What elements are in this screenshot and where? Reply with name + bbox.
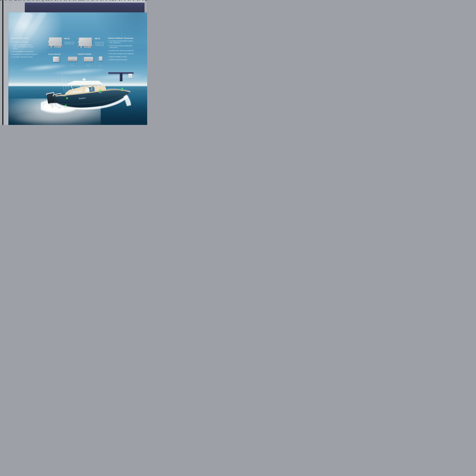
outlet-slot: [130, 77, 131, 77]
bow-spray: [124, 95, 131, 106]
round-button: [91, 58, 93, 60]
led-indicator-horn: [100, 90, 101, 92]
led-indicator: [65, 105, 66, 106]
connector: [58, 46, 59, 48]
digital-switching-title: Digital Switching: [11, 37, 29, 39]
bullet-item: Visual monitor on 4.3" LCD screen and ph…: [11, 53, 44, 55]
pico-iii-label: PICO III: [98, 65, 103, 66]
exhibit-wall: Soauuo Digital Switching IP67 Fully mari…: [0, 0, 147, 125]
bullet-item: 10 and 16 outputs digital distribution m…: [11, 44, 44, 50]
spec-line: 2 Channels x 30A: [95, 45, 104, 46]
mc10-module-render: [78, 37, 93, 47]
module-label-recess: [48, 41, 54, 43]
switch-panels-title: Switch Panels: [78, 53, 91, 55]
connector: [90, 46, 91, 48]
msp-a4-panel-render: [68, 57, 77, 61]
bullet-item: Auto-check and responsive warning system…: [108, 45, 143, 49]
connector: [50, 46, 52, 48]
screw-tab: [61, 45, 63, 47]
navy-header-band: [25, 2, 145, 12]
rocker-switch: [71, 57, 72, 61]
bullet-item: CAN avaiable, NMEA2000 compatible: [11, 56, 44, 58]
mc10-name: MC10: [95, 37, 100, 40]
boat-illustration: Soauuo: [41, 75, 131, 116]
rocker-switch: [75, 57, 76, 61]
system-monitor-title: System Monitor: [48, 53, 61, 55]
bullet-item: Self-define modes catered to your prefer…: [108, 50, 143, 51]
connector: [60, 46, 61, 48]
msp-a4-label: MSP-A4: [68, 65, 77, 66]
marketing-poster: Soauuo Digital Switching IP67 Fully mari…: [8, 12, 147, 125]
wall-corner-trim-right: [145, 0, 147, 13]
power-outlet: [129, 74, 132, 78]
mc16-module-render: [48, 37, 63, 47]
digital-switching-bullets: IP67 Fully marinized designed 10 and 16 …: [11, 41, 44, 59]
round-button: [89, 58, 91, 60]
connector: [84, 47, 88, 48]
callout-nav: NAV: [119, 90, 125, 91]
mc16-specs: Total Current: 120A 16 Channels x 10A: [64, 41, 74, 45]
pico-iii-render: [99, 57, 102, 61]
ceiling-mount-dashes-dense: [0, 0, 147, 0]
spec-line: 8 Channels x 10A: [95, 43, 104, 45]
screw-tab: [78, 38, 79, 40]
spec-line: Total Current: 120A: [64, 41, 74, 43]
connector: [54, 46, 58, 47]
spec-line: 16 Channels x 10A: [64, 43, 74, 45]
bullet-item: IP67 Fully marinized designed: [11, 41, 44, 43]
x4-label: X4: [53, 65, 59, 66]
navy-shelf-bracket: [120, 74, 122, 81]
screw-tab: [48, 45, 49, 47]
bullet-item: Diagrams exportable for archives: [108, 56, 143, 58]
callout-horn: HORN: [97, 92, 103, 93]
led-indicator-livewell: [66, 98, 68, 99]
callout-livewell: LIVEWELL: [60, 95, 68, 97]
screw-tab: [91, 45, 93, 47]
round-button: [86, 58, 88, 60]
sky-shading: [90, 12, 147, 45]
x4-monitor-render: [53, 57, 59, 62]
bullet-item: User-friendly: DIY programmable on lapto…: [108, 40, 143, 44]
msp-b4-panel-render: [84, 57, 93, 62]
mc16-name: MC16: [64, 37, 69, 40]
screw-tab: [78, 45, 79, 47]
rocker-switch: [73, 57, 74, 61]
bullet-item: DIY programmable on PCs and phones: [11, 51, 44, 52]
spec-line: Total Current: 80A: [95, 41, 104, 43]
navy-shelf-bar: [108, 72, 134, 74]
screw-tab: [48, 38, 49, 39]
software-showcase-title: System Software Showcase: [108, 37, 133, 39]
fishing-rod: [66, 77, 66, 93]
round-button: [84, 58, 86, 60]
led-indicator-nav: [121, 88, 123, 89]
rocker-switch: [69, 57, 70, 61]
bullet-item: Suitable for boat batch production: [108, 59, 143, 61]
module-label-recess: [78, 41, 84, 43]
software-showcase-bullets: User-friendly: DIY programmable on lapto…: [108, 40, 143, 62]
hanging-rod-pair: [43, 0, 44, 3]
screw-tab: [61, 38, 63, 39]
wall-corner-trim-left: [0, 0, 4, 125]
outlet-round-recess: [129, 74, 132, 77]
fishing-rod: [62, 75, 64, 92]
mc10-specs: Total Current: 80A 8 Channels x 10A 2 Ch…: [95, 41, 104, 46]
connector: [80, 46, 82, 48]
bullet-item: After service traceability: system confi…: [108, 53, 143, 55]
connector: [88, 46, 89, 48]
screw-tab: [91, 38, 93, 40]
msp-b4-label: MSP-B4: [84, 65, 93, 66]
